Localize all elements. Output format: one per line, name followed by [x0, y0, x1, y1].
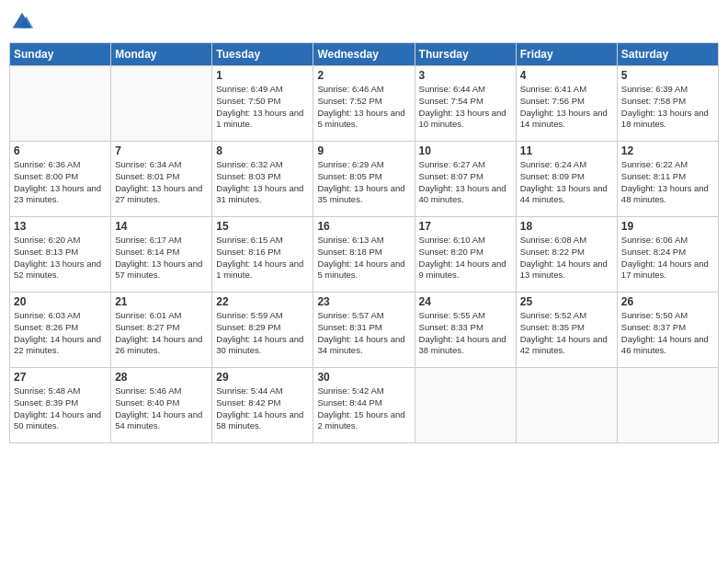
calendar-cell: 7Sunrise: 6:34 AM Sunset: 8:01 PM Daylig…: [111, 142, 212, 217]
calendar-cell: [516, 368, 617, 443]
day-info: Sunrise: 6:39 AM Sunset: 7:58 PM Dayligh…: [621, 84, 714, 131]
calendar-cell: 12Sunrise: 6:22 AM Sunset: 8:11 PM Dayli…: [617, 142, 718, 217]
day-info: Sunrise: 6:20 AM Sunset: 8:13 PM Dayligh…: [14, 235, 107, 282]
day-info: Sunrise: 6:01 AM Sunset: 8:27 PM Dayligh…: [115, 310, 208, 357]
day-info: Sunrise: 5:50 AM Sunset: 8:37 PM Dayligh…: [621, 310, 714, 357]
day-number: 20: [14, 295, 107, 308]
calendar-cell: 2Sunrise: 6:46 AM Sunset: 7:52 PM Daylig…: [313, 66, 415, 142]
day-number: 22: [216, 295, 309, 308]
day-number: 29: [216, 371, 309, 384]
calendar-cell: 25Sunrise: 5:52 AM Sunset: 8:35 PM Dayli…: [516, 293, 617, 368]
day-number: 11: [520, 144, 613, 157]
logo-icon: [9, 9, 35, 35]
calendar-day-header: Wednesday: [313, 43, 415, 66]
calendar-week-row: 13Sunrise: 6:20 AM Sunset: 8:13 PM Dayli…: [10, 217, 719, 293]
calendar-day-header: Friday: [516, 43, 617, 66]
day-info: Sunrise: 5:52 AM Sunset: 8:35 PM Dayligh…: [520, 310, 613, 357]
calendar-cell: 15Sunrise: 6:15 AM Sunset: 8:16 PM Dayli…: [212, 217, 313, 293]
calendar-cell: 28Sunrise: 5:46 AM Sunset: 8:40 PM Dayli…: [111, 368, 212, 443]
day-number: 3: [419, 69, 512, 82]
day-number: 27: [14, 371, 107, 384]
day-number: 19: [621, 220, 714, 233]
calendar-week-row: 27Sunrise: 5:48 AM Sunset: 8:39 PM Dayli…: [10, 368, 719, 443]
calendar-cell: 29Sunrise: 5:44 AM Sunset: 8:42 PM Dayli…: [212, 368, 313, 443]
calendar-cell: 13Sunrise: 6:20 AM Sunset: 8:13 PM Dayli…: [10, 217, 111, 293]
calendar-cell: 1Sunrise: 6:49 AM Sunset: 7:50 PM Daylig…: [212, 66, 313, 142]
day-number: 7: [115, 144, 208, 157]
day-info: Sunrise: 6:17 AM Sunset: 8:14 PM Dayligh…: [115, 235, 208, 282]
day-number: 2: [317, 69, 410, 82]
day-number: 25: [520, 295, 613, 308]
day-number: 28: [115, 371, 208, 384]
day-info: Sunrise: 6:13 AM Sunset: 8:18 PM Dayligh…: [317, 235, 410, 282]
calendar-cell: 16Sunrise: 6:13 AM Sunset: 8:18 PM Dayli…: [313, 217, 415, 293]
day-number: 24: [419, 295, 512, 308]
day-number: 30: [317, 371, 410, 384]
day-info: Sunrise: 5:46 AM Sunset: 8:40 PM Dayligh…: [115, 385, 208, 432]
calendar-cell: [415, 368, 516, 443]
day-info: Sunrise: 6:08 AM Sunset: 8:22 PM Dayligh…: [520, 235, 613, 282]
calendar: SundayMondayTuesdayWednesdayThursdayFrid…: [9, 42, 719, 443]
calendar-cell: 17Sunrise: 6:10 AM Sunset: 8:20 PM Dayli…: [415, 217, 516, 293]
calendar-day-header: Tuesday: [212, 43, 313, 66]
calendar-cell: 18Sunrise: 6:08 AM Sunset: 8:22 PM Dayli…: [516, 217, 617, 293]
calendar-cell: 22Sunrise: 5:59 AM Sunset: 8:29 PM Dayli…: [212, 293, 313, 368]
calendar-cell: 5Sunrise: 6:39 AM Sunset: 7:58 PM Daylig…: [617, 66, 718, 142]
day-number: 21: [115, 295, 208, 308]
day-info: Sunrise: 6:29 AM Sunset: 8:05 PM Dayligh…: [317, 159, 410, 206]
day-number: 4: [520, 69, 613, 82]
day-info: Sunrise: 6:44 AM Sunset: 7:54 PM Dayligh…: [419, 84, 512, 131]
day-info: Sunrise: 5:42 AM Sunset: 8:44 PM Dayligh…: [317, 385, 410, 432]
calendar-cell: 9Sunrise: 6:29 AM Sunset: 8:05 PM Daylig…: [313, 142, 415, 217]
calendar-day-header: Saturday: [617, 43, 718, 66]
calendar-cell: 23Sunrise: 5:57 AM Sunset: 8:31 PM Dayli…: [313, 293, 415, 368]
day-number: 8: [216, 144, 309, 157]
day-number: 9: [317, 144, 410, 157]
day-info: Sunrise: 6:27 AM Sunset: 8:07 PM Dayligh…: [419, 159, 512, 206]
day-number: 17: [419, 220, 512, 233]
day-number: 15: [216, 220, 309, 233]
calendar-cell: 3Sunrise: 6:44 AM Sunset: 7:54 PM Daylig…: [415, 66, 516, 142]
calendar-cell: [111, 66, 212, 142]
calendar-cell: [617, 368, 718, 443]
calendar-day-header: Monday: [111, 43, 212, 66]
day-number: 10: [419, 144, 512, 157]
day-info: Sunrise: 5:44 AM Sunset: 8:42 PM Dayligh…: [216, 385, 309, 432]
calendar-cell: 11Sunrise: 6:24 AM Sunset: 8:09 PM Dayli…: [516, 142, 617, 217]
page: SundayMondayTuesdayWednesdayThursdayFrid…: [0, 0, 728, 563]
day-info: Sunrise: 6:49 AM Sunset: 7:50 PM Dayligh…: [216, 84, 309, 131]
day-number: 14: [115, 220, 208, 233]
logo: [9, 9, 39, 35]
day-info: Sunrise: 6:34 AM Sunset: 8:01 PM Dayligh…: [115, 159, 208, 206]
day-number: 6: [14, 144, 107, 157]
day-info: Sunrise: 6:46 AM Sunset: 7:52 PM Dayligh…: [317, 84, 410, 131]
calendar-day-header: Sunday: [10, 43, 111, 66]
day-number: 18: [520, 220, 613, 233]
calendar-cell: 14Sunrise: 6:17 AM Sunset: 8:14 PM Dayli…: [111, 217, 212, 293]
day-info: Sunrise: 5:55 AM Sunset: 8:33 PM Dayligh…: [419, 310, 512, 357]
calendar-cell: 8Sunrise: 6:32 AM Sunset: 8:03 PM Daylig…: [212, 142, 313, 217]
calendar-cell: 26Sunrise: 5:50 AM Sunset: 8:37 PM Dayli…: [617, 293, 718, 368]
day-info: Sunrise: 5:57 AM Sunset: 8:31 PM Dayligh…: [317, 310, 410, 357]
day-info: Sunrise: 6:22 AM Sunset: 8:11 PM Dayligh…: [621, 159, 714, 206]
day-number: 16: [317, 220, 410, 233]
day-info: Sunrise: 6:06 AM Sunset: 8:24 PM Dayligh…: [621, 235, 714, 282]
day-info: Sunrise: 6:36 AM Sunset: 8:00 PM Dayligh…: [14, 159, 107, 206]
calendar-cell: 20Sunrise: 6:03 AM Sunset: 8:26 PM Dayli…: [10, 293, 111, 368]
day-info: Sunrise: 6:24 AM Sunset: 8:09 PM Dayligh…: [520, 159, 613, 206]
calendar-week-row: 20Sunrise: 6:03 AM Sunset: 8:26 PM Dayli…: [10, 293, 719, 368]
header: [9, 9, 719, 35]
calendar-cell: 27Sunrise: 5:48 AM Sunset: 8:39 PM Dayli…: [10, 368, 111, 443]
calendar-day-header: Thursday: [415, 43, 516, 66]
day-info: Sunrise: 6:03 AM Sunset: 8:26 PM Dayligh…: [14, 310, 107, 357]
day-number: 1: [216, 69, 309, 82]
calendar-cell: 19Sunrise: 6:06 AM Sunset: 8:24 PM Dayli…: [617, 217, 718, 293]
day-info: Sunrise: 6:32 AM Sunset: 8:03 PM Dayligh…: [216, 159, 309, 206]
calendar-cell: 4Sunrise: 6:41 AM Sunset: 7:56 PM Daylig…: [516, 66, 617, 142]
day-info: Sunrise: 6:41 AM Sunset: 7:56 PM Dayligh…: [520, 84, 613, 131]
day-info: Sunrise: 6:15 AM Sunset: 8:16 PM Dayligh…: [216, 235, 309, 282]
day-info: Sunrise: 5:59 AM Sunset: 8:29 PM Dayligh…: [216, 310, 309, 357]
day-info: Sunrise: 6:10 AM Sunset: 8:20 PM Dayligh…: [419, 235, 512, 282]
day-number: 12: [621, 144, 714, 157]
calendar-header-row: SundayMondayTuesdayWednesdayThursdayFrid…: [10, 43, 719, 66]
